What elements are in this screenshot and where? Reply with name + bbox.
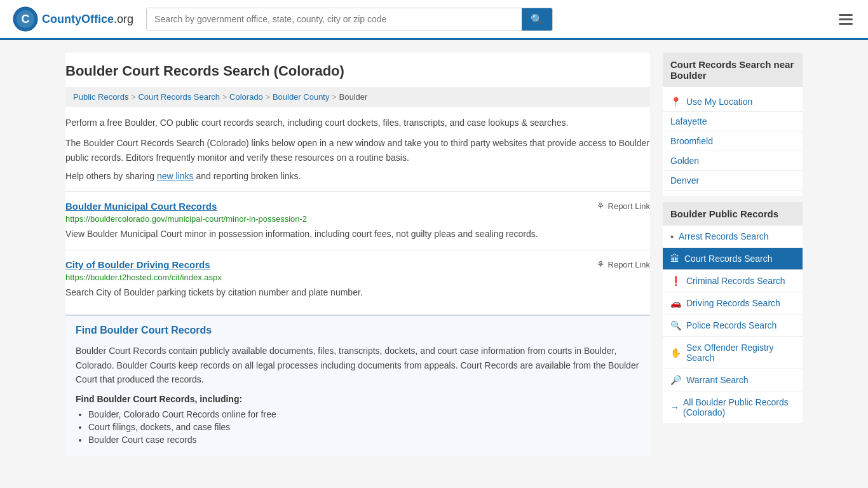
- all-records-label: All Boulder Public Records (Colorado): [683, 397, 795, 417]
- report-link-label-1: Report Link: [608, 260, 650, 269]
- sidebar-records-section: Boulder Public Records ▪ Arrest Records …: [663, 202, 803, 423]
- report-link-label-0: Report Link: [608, 201, 650, 211]
- intro-para3-after: and reporting broken links.: [194, 171, 301, 181]
- police-records-icon: 🔍: [670, 320, 681, 330]
- sidebar: Court Records Search near Boulder 📍 Use …: [663, 53, 803, 456]
- location-pin-icon: 📍: [670, 97, 681, 107]
- criminal-records-label: Criminal Records Search: [686, 276, 785, 286]
- intro-para2: The Boulder Court Records Search (Colora…: [65, 136, 650, 165]
- sex-offender-icon: ✋: [670, 348, 681, 358]
- court-records-label: Court Records Search: [684, 254, 773, 264]
- search-button[interactable]: 🔍: [522, 8, 552, 30]
- driving-records-label: Driving Records Search: [686, 298, 780, 308]
- find-list-item-0: Boulder, Colorado Court Records online f…: [88, 409, 640, 419]
- report-link-icon-0: ⚘: [597, 201, 605, 211]
- record-title-1[interactable]: City of Boulder Driving Records: [65, 259, 210, 270]
- breadcrumb-boulder: Boulder: [339, 92, 368, 102]
- logo-text: CountyOffice.org: [42, 13, 133, 26]
- header: C CountyOffice.org 🔍: [0, 0, 868, 40]
- report-link-icon-1: ⚘: [597, 259, 605, 269]
- record-title-0[interactable]: Boulder Municipal Court Records: [65, 201, 217, 212]
- sidebar-nearby-section: Court Records Search near Boulder 📍 Use …: [663, 53, 803, 196]
- report-link-btn-0[interactable]: ⚘ Report Link: [597, 201, 650, 211]
- record-desc-0: View Boulder Municipal Court minor in po…: [65, 227, 650, 241]
- sidebar-location-golden[interactable]: Golden: [663, 151, 803, 171]
- sidebar-item-sex-offender[interactable]: ✋ Sex Offender Registry Search: [663, 337, 803, 369]
- sidebar-use-my-location[interactable]: 📍 Use My Location: [663, 92, 803, 112]
- record-desc-1: Search City of Boulder parking tickets b…: [65, 286, 650, 299]
- location-link-broomfield[interactable]: Broomfield: [670, 136, 713, 146]
- breadcrumb: Public Records > Court Records Search > …: [65, 87, 650, 107]
- record-card-0: Boulder Municipal Court Records ⚘ Report…: [65, 191, 650, 250]
- find-list-item-2: Boulder Court case records: [88, 435, 640, 445]
- search-bar: 🔍: [146, 8, 553, 31]
- record-card-1: City of Boulder Driving Records ⚘ Report…: [65, 250, 650, 308]
- breadcrumb-sep-1: >: [131, 93, 135, 102]
- sidebar-item-driving-records[interactable]: 🚗 Driving Records Search: [663, 292, 803, 315]
- record-card-header-0: Boulder Municipal Court Records ⚘ Report…: [65, 201, 650, 212]
- warrant-label: Warrant Search: [686, 375, 749, 385]
- arrest-records-icon: ▪: [670, 231, 674, 241]
- all-records-arrow: →: [670, 402, 679, 412]
- sidebar-public-records-heading: Boulder Public Records: [663, 202, 803, 226]
- sex-offender-label: Sex Offender Registry Search: [686, 342, 795, 363]
- page-title: Boulder Court Records Search (Colorado): [65, 53, 650, 87]
- main-layout: Boulder Court Records Search (Colorado) …: [53, 53, 815, 456]
- find-list: Boulder, Colorado Court Records online f…: [76, 409, 640, 445]
- find-section-heading: Find Boulder Court Records: [76, 325, 640, 336]
- court-records-icon: 🏛: [670, 254, 679, 264]
- menu-button[interactable]: [836, 11, 855, 27]
- breadcrumb-court-records-search[interactable]: Court Records Search: [138, 92, 220, 102]
- location-link-denver[interactable]: Denver: [670, 175, 699, 186]
- driving-records-icon: 🚗: [670, 298, 681, 308]
- record-url-1[interactable]: https://boulder.t2hosted.com/cit/index.a…: [65, 273, 650, 282]
- find-including-label: Find Boulder Court Records, including:: [76, 394, 640, 404]
- sidebar-location-lafayette[interactable]: Lafayette: [663, 112, 803, 132]
- sidebar-nearby-heading: Court Records Search near Boulder: [663, 53, 803, 87]
- intro-para3: Help others by sharing new links and rep…: [65, 171, 650, 181]
- find-list-item-1: Court filings, dockets, and case files: [88, 422, 640, 432]
- sidebar-item-court-records[interactable]: 🏛 Court Records Search: [663, 248, 803, 270]
- use-my-location-link[interactable]: Use My Location: [686, 97, 752, 107]
- location-link-lafayette[interactable]: Lafayette: [670, 116, 707, 126]
- arrest-records-label: Arrest Records Search: [679, 231, 769, 241]
- breadcrumb-colorado[interactable]: Colorado: [229, 92, 263, 102]
- find-section: Find Boulder Court Records Boulder Court…: [65, 315, 650, 456]
- logo-icon: C: [13, 6, 38, 32]
- intro-para3-before: Help others by sharing: [65, 171, 157, 181]
- find-section-desc: Boulder Court Records contain publicly a…: [76, 344, 640, 386]
- record-cards: Boulder Municipal Court Records ⚘ Report…: [65, 191, 650, 308]
- breadcrumb-sep-3: >: [266, 93, 270, 102]
- record-card-header-1: City of Boulder Driving Records ⚘ Report…: [65, 259, 650, 270]
- logo[interactable]: C CountyOffice.org: [13, 6, 133, 32]
- sidebar-location-denver[interactable]: Denver: [663, 171, 803, 191]
- breadcrumb-sep-4: >: [332, 93, 337, 102]
- police-records-label: Police Records Search: [686, 320, 776, 330]
- record-url-0[interactable]: https://bouldercolorado.gov/municipal-co…: [65, 214, 650, 224]
- main-content: Boulder Court Records Search (Colorado) …: [65, 53, 650, 456]
- report-link-btn-1[interactable]: ⚘ Report Link: [597, 259, 650, 269]
- location-link-golden[interactable]: Golden: [670, 156, 699, 166]
- breadcrumb-public-records[interactable]: Public Records: [73, 92, 128, 102]
- sidebar-item-arrest-records[interactable]: ▪ Arrest Records Search: [663, 226, 803, 248]
- breadcrumb-sep-2: >: [222, 93, 227, 102]
- criminal-records-icon: ❗: [670, 276, 681, 286]
- intro-para1: Perform a free Boulder, CO public court …: [65, 116, 650, 130]
- sidebar-location-broomfield[interactable]: Broomfield: [663, 132, 803, 151]
- breadcrumb-boulder-county[interactable]: Boulder County: [273, 92, 330, 102]
- sidebar-nearby-list: 📍 Use My Location Lafayette Broomfield G…: [663, 87, 803, 196]
- new-links-link[interactable]: new links: [157, 171, 194, 181]
- search-input[interactable]: [147, 8, 522, 30]
- warrant-icon: 🔎: [670, 375, 681, 385]
- all-public-records-link[interactable]: → All Boulder Public Records (Colorado): [663, 391, 803, 423]
- sidebar-item-criminal-records[interactable]: ❗ Criminal Records Search: [663, 270, 803, 292]
- sidebar-item-police-records[interactable]: 🔍 Police Records Search: [663, 315, 803, 337]
- sidebar-item-warrant[interactable]: 🔎 Warrant Search: [663, 369, 803, 391]
- svg-text:C: C: [22, 13, 30, 25]
